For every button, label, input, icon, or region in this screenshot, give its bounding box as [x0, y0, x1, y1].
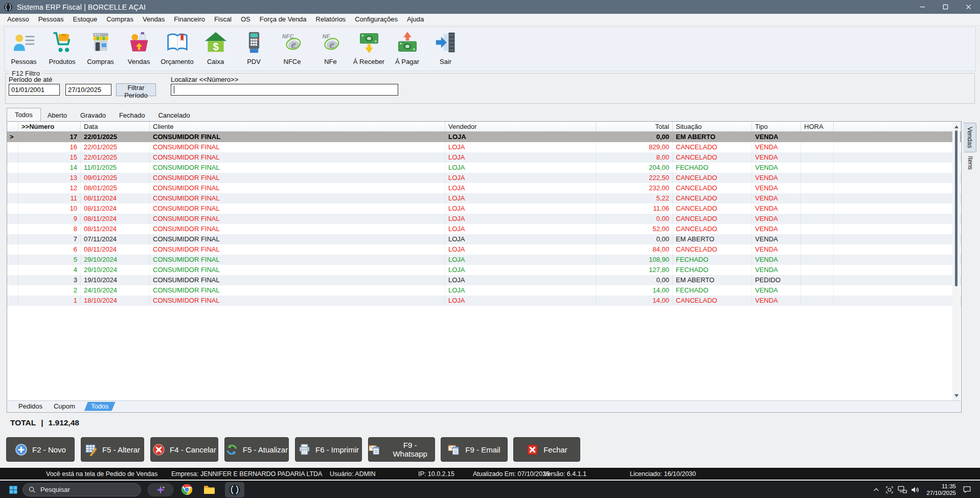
- toolbar-button[interactable]: Sair: [426, 30, 465, 71]
- tray-capture-button[interactable]: [884, 485, 895, 495]
- cell-data: 08/11/2024: [81, 193, 150, 203]
- action-button[interactable]: F5 - Alterar: [81, 437, 144, 462]
- toolbar-button[interactable]: Produtos: [43, 30, 81, 71]
- table-row[interactable]: 3 19/10/2024 CONSUMIDOR FINAL LOJA 0,00 …: [7, 275, 961, 285]
- start-button[interactable]: [7, 484, 19, 496]
- table-row[interactable]: 2 24/10/2024 CONSUMIDOR FINAL LOJA 14,00…: [7, 285, 961, 296]
- menu-item[interactable]: Financeiro: [169, 14, 210, 25]
- cell-hora: [801, 244, 834, 255]
- tray-volume-button[interactable]: [909, 485, 921, 495]
- menu-item[interactable]: Força de Venda: [255, 14, 311, 25]
- plus-circle-icon: [15, 443, 28, 456]
- maximize-button[interactable]: [934, 0, 957, 14]
- table-row[interactable]: 13 09/01/2025 CONSUMIDOR FINAL LOJA 222,…: [7, 173, 961, 183]
- scrollbar-thumb[interactable]: [955, 130, 958, 286]
- side-tab[interactable]: Vendas: [964, 123, 976, 152]
- bottom-tab[interactable]: Cupom: [54, 402, 75, 410]
- table-row[interactable]: 1 18/10/2024 CONSUMIDOR FINAL LOJA 14,00…: [7, 296, 961, 306]
- table-row[interactable]: 5 29/10/2024 CONSUMIDOR FINAL LOJA 108,9…: [7, 255, 961, 265]
- status-filter-tab[interactable]: Fechado: [112, 109, 152, 121]
- menu-item[interactable]: Vendas: [138, 14, 169, 25]
- action-button[interactable]: F9 - Email: [441, 437, 508, 462]
- cell-cliente: CONSUMIDOR FINAL: [150, 142, 445, 152]
- table-row[interactable]: 9 08/11/2024 CONSUMIDOR FINAL LOJA 0,00 …: [7, 214, 961, 224]
- table-row[interactable]: 6 08/11/2024 CONSUMIDOR FINAL LOJA 84,00…: [7, 244, 961, 255]
- grid-header-numero[interactable]: >>Número: [18, 122, 81, 131]
- grid-header-cliente[interactable]: Cliente: [150, 122, 445, 131]
- status-filter-tab[interactable]: Gravado: [74, 109, 112, 121]
- grid-header-hora[interactable]: HORA: [801, 122, 834, 131]
- toolbar-button[interactable]: Á Receber: [350, 30, 388, 71]
- menu-item[interactable]: Acesso: [3, 14, 34, 25]
- action-button[interactable]: Fechar: [513, 437, 580, 462]
- action-button[interactable]: F6 - Imprimir: [295, 437, 362, 462]
- table-row[interactable]: 14 11/01/2025 CONSUMIDOR FINAL LOJA 204,…: [7, 163, 961, 173]
- cell-vendedor: LOJA: [445, 183, 596, 193]
- grid-header-vendedor[interactable]: Vendedor: [445, 122, 596, 131]
- notification-center-button[interactable]: [961, 484, 972, 495]
- taskbar-clock[interactable]: 11:35 27/10/2025: [920, 482, 956, 497]
- table-row[interactable]: 15 22/01/2025 CONSUMIDOR FINAL LOJA 8,00…: [7, 152, 961, 163]
- filter-period-button[interactable]: Filtrar Período: [116, 83, 156, 96]
- menu-item[interactable]: Ajuda: [402, 14, 428, 25]
- status-filter-tab[interactable]: Cancelado: [151, 109, 196, 121]
- table-row[interactable]: 16 22/01/2025 CONSUMIDOR FINAL LOJA 829,…: [7, 142, 961, 152]
- grid-header-situacao[interactable]: Situação: [673, 122, 752, 131]
- grid-header-filler: [834, 122, 961, 131]
- browser-taskbar-icon[interactable]: [180, 483, 193, 496]
- menu-item[interactable]: Fiscal: [210, 14, 236, 25]
- cell-situacao: CANCELADO: [673, 142, 752, 152]
- toolbar-button[interactable]: Orçamento: [158, 30, 196, 71]
- menu-item[interactable]: Estoque: [69, 14, 102, 25]
- side-tab[interactable]: Itens: [964, 152, 976, 173]
- table-row[interactable]: 12 08/01/2025 CONSUMIDOR FINAL LOJA 232,…: [7, 183, 961, 193]
- close-button[interactable]: [957, 0, 980, 14]
- table-row[interactable]: 4 29/10/2024 CONSUMIDOR FINAL LOJA 127,8…: [7, 265, 961, 275]
- toolbar-button[interactable]: Caixa: [196, 30, 235, 71]
- toolbar-button[interactable]: Vendas: [120, 30, 158, 71]
- table-row[interactable]: 7 07/11/2024 CONSUMIDOR FINAL LOJA 0,00 …: [7, 234, 961, 244]
- toolbar-button[interactable]: Pessoas: [5, 30, 43, 71]
- table-row[interactable]: 17 22/01/2025 CONSUMIDOR FINAL LOJA 0,00…: [7, 132, 961, 142]
- scroll-up-arrow-icon[interactable]: [952, 123, 960, 130]
- date-from-input[interactable]: [9, 84, 60, 96]
- bottom-tab[interactable]: Todos: [84, 402, 116, 411]
- vertical-scrollbar[interactable]: [952, 122, 960, 400]
- grid-header-tipo[interactable]: Tipo: [752, 122, 801, 131]
- cell-tipo: VENDA: [752, 296, 801, 306]
- table-row[interactable]: 10 08/11/2024 CONSUMIDOR FINAL LOJA 11,0…: [7, 203, 961, 214]
- date-to-input[interactable]: [65, 84, 111, 96]
- menu-item[interactable]: Relatórios: [311, 14, 351, 25]
- bottom-tab[interactable]: Pedidos: [18, 402, 42, 410]
- toolbar-button[interactable]: NFe: [311, 30, 350, 71]
- action-button[interactable]: F4 - Cancelar: [150, 437, 218, 462]
- menu-item[interactable]: Compras: [102, 14, 138, 25]
- search-number-input[interactable]: [171, 84, 398, 96]
- action-button[interactable]: F9 - Whatsapp: [368, 437, 435, 462]
- taskbar-search[interactable]: Pesquisar: [22, 483, 141, 496]
- toolbar-button[interactable]: NFCe: [273, 30, 311, 71]
- action-button[interactable]: F2 - Novo: [6, 437, 75, 462]
- tray-overflow-button[interactable]: [871, 485, 881, 495]
- grid-header-total[interactable]: Total: [596, 122, 673, 131]
- menu-item[interactable]: Configurações: [350, 14, 402, 25]
- copilot-button[interactable]: [147, 483, 174, 496]
- tray-network-button[interactable]: [897, 485, 908, 495]
- toolbar-button[interactable]: Á Pagar: [388, 30, 426, 71]
- status-filter-tab[interactable]: Aberto: [41, 109, 74, 121]
- menu-item[interactable]: Pessoas: [34, 14, 69, 25]
- grid-header-data[interactable]: Data: [81, 122, 150, 131]
- erp-app-taskbar-icon[interactable]: [225, 482, 244, 497]
- file-explorer-taskbar-icon[interactable]: [202, 483, 216, 496]
- action-button[interactable]: F5 - Atualizar: [224, 437, 289, 462]
- minimize-button[interactable]: [911, 0, 934, 14]
- status-user: Usuário: ADMIN: [330, 470, 376, 478]
- menu-item[interactable]: OS: [236, 14, 255, 25]
- toolbar-button[interactable]: PDV: [235, 30, 273, 71]
- scroll-down-arrow-icon[interactable]: [952, 392, 960, 399]
- table-row[interactable]: 8 08/11/2024 CONSUMIDOR FINAL LOJA 52,00…: [7, 224, 961, 234]
- table-row[interactable]: 11 08/11/2024 CONSUMIDOR FINAL LOJA 5,22…: [7, 193, 961, 203]
- status-filter-tab[interactable]: Todos: [7, 108, 41, 121]
- toolbar-button[interactable]: Compras: [81, 30, 120, 71]
- status-version: Versão: 6.4.1.1: [543, 470, 586, 478]
